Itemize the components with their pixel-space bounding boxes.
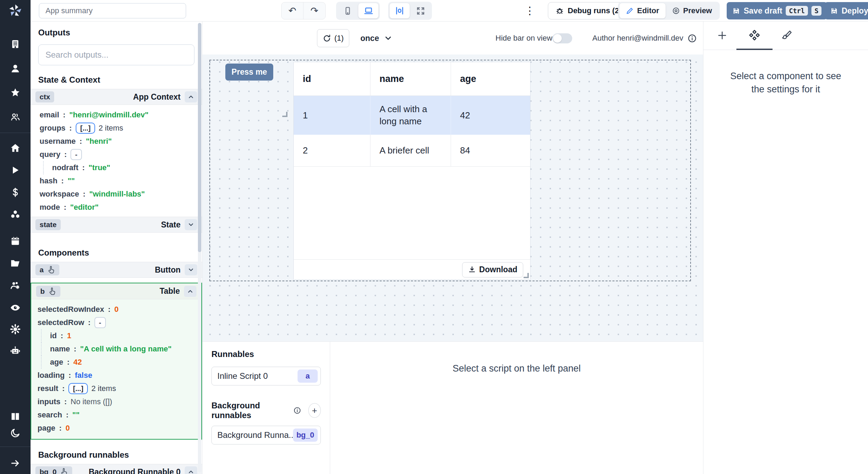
bg0-row[interactable]: bg_0 Background Runnable 0 — [31, 464, 202, 474]
component-b-collapse-button[interactable] — [184, 286, 197, 297]
component-a-type: Button — [155, 265, 181, 275]
component-a-row[interactable]: a Button — [31, 262, 202, 278]
expand-array-button[interactable]: [...] — [68, 383, 88, 394]
outputs-scrollbar[interactable] — [198, 23, 201, 473]
resources-cubes-icon[interactable] — [0, 209, 31, 221]
groups-icon[interactable] — [0, 111, 31, 123]
component-a-expand-button[interactable] — [185, 264, 197, 275]
pencil-icon — [626, 7, 634, 15]
collapse-arrow-icon[interactable] — [0, 457, 31, 469]
top-header: ↶ ↷ ⋮ Debug runs (2) Editor Preview — [31, 0, 868, 22]
output-row: groups:[...]2 items — [40, 122, 194, 135]
laptop-icon — [364, 6, 374, 16]
chevron-up-icon — [187, 468, 194, 474]
inline-script-item[interactable]: Inline Script 0 a — [211, 367, 321, 385]
undo-button[interactable]: ↶ — [282, 2, 303, 19]
refresh-button[interactable]: (1) — [317, 29, 349, 47]
background-runnable-item[interactable]: Background Runna... bg_0 — [211, 426, 321, 444]
table-row[interactable]: 2 A briefer cell 84 — [294, 135, 530, 167]
canvas-grid[interactable]: Press me id name age 1 A cell with a lon… — [202, 55, 703, 341]
settings-gear-icon[interactable] — [0, 323, 31, 335]
column-header[interactable]: name — [370, 62, 451, 95]
state-section-row[interactable]: state State — [31, 217, 202, 233]
user-icon[interactable] — [0, 63, 31, 74]
debug-runs-label: Debug runs (2) — [568, 6, 621, 15]
favorites-star-icon[interactable] — [0, 87, 31, 99]
hide-bar-toggle[interactable] — [552, 33, 572, 43]
expand-array-button[interactable]: [...] — [76, 123, 95, 134]
workspace-icon[interactable] — [0, 38, 31, 50]
background-runnable-badge: bg_0 — [293, 429, 318, 442]
chevron-up-icon — [187, 93, 194, 100]
expand-object-button[interactable]: - — [70, 149, 82, 160]
output-row: id:1 — [41, 329, 197, 342]
schedule-select[interactable]: once — [360, 29, 393, 47]
table-row-selected[interactable]: 1 A cell with a long name 42 — [294, 96, 530, 135]
output-row: nodraft:"true" — [43, 161, 194, 174]
redo-button[interactable]: ↷ — [303, 2, 325, 19]
download-button[interactable]: Download — [462, 262, 523, 277]
component-b-row[interactable]: b Table — [31, 283, 201, 299]
windmill-logo[interactable] — [0, 0, 31, 22]
home-icon[interactable] — [0, 142, 31, 154]
mobile-view-button[interactable] — [337, 3, 358, 18]
chevron-up-icon — [187, 288, 194, 295]
preview-icon — [672, 7, 680, 15]
docs-book-icon[interactable] — [0, 410, 31, 422]
info-icon[interactable] — [293, 406, 301, 415]
app-summary-input[interactable] — [39, 3, 186, 18]
ctx-label: App Context — [133, 92, 181, 102]
canvas-toolbar: (1) once Hide bar on view Author henri@w… — [202, 22, 703, 55]
ctx-collapse-button[interactable] — [185, 91, 197, 102]
search-outputs-input[interactable] — [38, 44, 194, 65]
column-header[interactable]: age — [451, 62, 530, 95]
refresh-count: (1) — [334, 34, 344, 43]
editor-tab[interactable]: Editor — [619, 3, 666, 18]
audit-eye-icon[interactable] — [0, 302, 31, 314]
outputs-title: Outputs — [38, 28, 194, 38]
schedules-calendar-icon[interactable] — [0, 235, 31, 247]
download-icon — [468, 266, 476, 274]
bg0-collapse-button[interactable] — [185, 466, 197, 474]
preview-tab[interactable]: Preview — [666, 3, 718, 18]
add-background-runnable-button[interactable]: + — [308, 403, 321, 418]
more-menu-button[interactable]: ⋮ — [524, 5, 536, 17]
components-diamonds-icon — [749, 30, 760, 41]
deploy-button[interactable]: Deploy — [825, 2, 868, 19]
state-badge: state — [35, 219, 61, 230]
expand-object-button[interactable]: - — [94, 317, 106, 328]
output-row: name:"A cell with a long name" — [41, 342, 197, 356]
output-row: page:0 — [37, 422, 197, 435]
editor-preview-toggle: Editor Preview — [618, 2, 720, 20]
expand-icon — [416, 6, 425, 16]
dark-mode-moon-icon[interactable] — [0, 427, 31, 439]
folders-icon[interactable] — [0, 257, 31, 269]
desktop-view-button[interactable] — [358, 3, 378, 18]
state-expand-button[interactable] — [185, 219, 197, 230]
center-layout-button[interactable] — [390, 3, 410, 18]
table-resize-handle[interactable] — [524, 273, 529, 278]
variables-dollar-icon[interactable] — [0, 186, 31, 198]
left-nav-rail — [0, 0, 31, 474]
deploy-label: Deploy — [842, 6, 868, 16]
ai-robot-icon[interactable] — [0, 345, 31, 357]
debug-runs-button[interactable]: Debug runs (2) — [548, 2, 629, 19]
ctx-section-row[interactable]: ctx App Context — [31, 89, 202, 105]
info-icon[interactable] — [687, 34, 697, 43]
theme-tab[interactable] — [778, 27, 795, 44]
fullscreen-button[interactable] — [410, 3, 431, 18]
press-me-button[interactable]: Press me — [225, 64, 273, 81]
settings-tab[interactable] — [746, 27, 763, 44]
inline-script-label: Inline Script 0 — [217, 371, 298, 381]
schedule-value: once — [360, 34, 379, 43]
workers-icon[interactable] — [0, 280, 31, 291]
output-row: result:[...]2 items — [37, 382, 197, 395]
component-a-resize-handle[interactable] — [282, 112, 287, 117]
component-b-type: Table — [160, 286, 180, 296]
save-draft-button[interactable]: Save draft Ctrl S — [727, 2, 827, 19]
component-a-badge: a — [35, 264, 59, 275]
insert-component-tab[interactable] — [714, 27, 731, 44]
column-header[interactable]: id — [294, 62, 370, 95]
runs-play-icon[interactable] — [0, 164, 31, 176]
background-runnables-title: Background runnables — [211, 401, 289, 420]
